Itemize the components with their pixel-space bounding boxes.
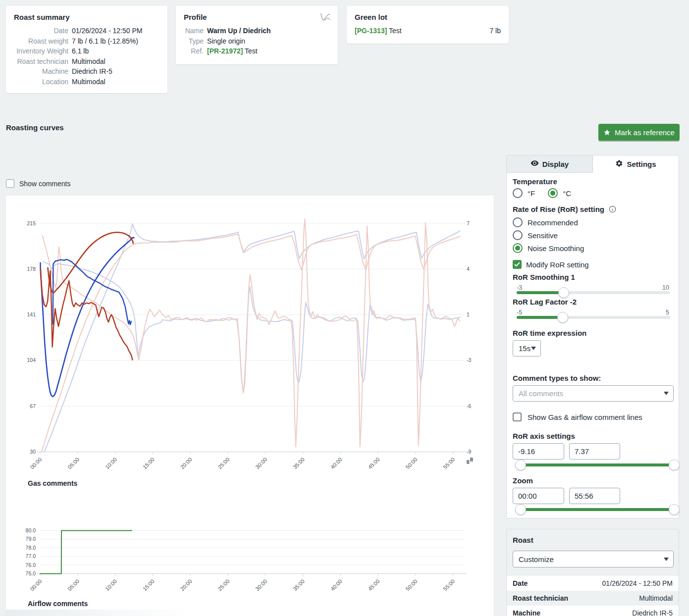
svg-text:30:00: 30:00 <box>254 578 268 592</box>
svg-text:-6: -6 <box>467 403 471 409</box>
green-lot-link[interactable]: [PG-1313] <box>355 27 387 35</box>
mark-as-reference-button[interactable]: Mark as reference <box>598 124 680 141</box>
comment-types-label: Comment types to show: <box>513 374 601 382</box>
profile-title: Profile <box>184 13 330 21</box>
card-row: Inventory Weight6.1 lb <box>14 46 159 56</box>
roasting-curves-chart[interactable]: 2151781411046730741-3-6-900:0005:0010:00… <box>6 196 494 616</box>
tab-display[interactable]: Display <box>507 155 593 173</box>
show-gas-label: Show Gas & airflow comment lines <box>528 413 642 421</box>
row-label: Ref. <box>184 46 204 56</box>
chart-settings-panel: Display Settings Temperature °F °C Rate … <box>506 155 679 518</box>
comment-types-select[interactable]: All comments <box>513 385 674 402</box>
row-label: Machine <box>14 66 68 77</box>
amcharts-logo-icon[interactable] <box>466 457 474 466</box>
modify-ror-checkbox[interactable] <box>513 260 522 269</box>
profile-ref-name: Test <box>245 47 258 55</box>
row-value: 7 lb / 6.1 lb (-12.85%) <box>72 36 138 47</box>
profile-name-link[interactable]: Warm Up / Diedrich <box>207 26 271 36</box>
row-value: Single origin <box>207 36 245 47</box>
roast-customize-value: Customize <box>519 555 554 564</box>
roast-info-table: Date 01/26/2024 - 12:50 PM Roast technic… <box>507 576 679 616</box>
roast-summary-title: Roast summary <box>14 13 159 21</box>
row-label: Roast technician <box>513 594 568 602</box>
roast-summary-card: Roast summary Date01/26/2024 - 12:50 PM … <box>6 6 167 93</box>
zoom-from-input[interactable] <box>513 488 564 504</box>
ror-option-sensitive: Sensitive <box>513 230 558 240</box>
slider-fill <box>517 291 564 294</box>
ror-lag-slider <box>517 312 670 323</box>
card-row: Roast weight7 lb / 6.1 lb (-12.85%) <box>14 36 159 47</box>
row-label: Location <box>14 77 68 87</box>
radio-sensitive-label: Sensitive <box>528 231 558 240</box>
radio-sensitive[interactable] <box>513 230 523 240</box>
roasting-curves-heading: Roasting curves <box>6 123 64 132</box>
radio-fahrenheit[interactable] <box>513 188 523 198</box>
slider-thumb[interactable] <box>558 287 569 298</box>
green-lot-label: [PG-1313] Test <box>355 26 402 36</box>
mark-as-reference-label: Mark as reference <box>615 128 675 137</box>
svg-text:10:00: 10:00 <box>104 578 118 592</box>
radio-recommended[interactable] <box>513 217 523 227</box>
svg-text:20:00: 20:00 <box>179 578 193 592</box>
caret-down-icon <box>664 392 669 395</box>
modify-ror-label: Modify RoR setting <box>526 260 589 269</box>
svg-text:75.0: 75.0 <box>26 570 36 576</box>
row-label: Date <box>14 26 68 36</box>
svg-text:00:00: 00:00 <box>29 456 43 470</box>
caret-down-icon <box>531 347 536 350</box>
ror-time-select[interactable]: 15s <box>513 340 541 357</box>
zoom-range-slider <box>521 504 674 515</box>
svg-text:25:00: 25:00 <box>216 456 230 470</box>
svg-text:30:00: 30:00 <box>254 456 268 470</box>
svg-text:55:00: 55:00 <box>442 456 456 470</box>
svg-text:30: 30 <box>30 449 36 455</box>
eye-icon <box>530 159 539 169</box>
svg-text:40:00: 40:00 <box>329 578 343 592</box>
green-lot-amount: 7 lb <box>489 26 501 36</box>
roasting-curves-panel: 2151781411046730741-3-6-900:0005:0010:00… <box>6 196 494 616</box>
profile-ref-link[interactable]: [PR-21972] <box>207 47 243 55</box>
slider-fill <box>517 316 563 319</box>
temperature-ror-plot: 2151781411046730741-3-6-900:0005:0010:00… <box>27 219 471 470</box>
svg-text:35:00: 35:00 <box>292 456 306 470</box>
ror-axis-max-input[interactable] <box>569 443 620 460</box>
show-gas-checkbox[interactable] <box>513 412 522 421</box>
svg-text:141: 141 <box>27 311 36 317</box>
ror-axis-range-slider <box>521 460 674 470</box>
row-label: Name <box>184 26 204 36</box>
svg-text:78.0: 78.0 <box>26 545 36 551</box>
svg-text:15:00: 15:00 <box>142 456 156 470</box>
slider-thumb-min[interactable] <box>515 504 526 515</box>
svg-text:-3: -3 <box>467 357 471 363</box>
radio-celsius[interactable] <box>548 188 558 198</box>
zoom-to-input[interactable] <box>569 488 620 504</box>
gas-plot: 80.079.078.077.076.075.000:0005:0010:001… <box>26 527 467 592</box>
svg-text:-9: -9 <box>467 449 471 455</box>
show-comments-checkbox[interactable] <box>6 179 14 188</box>
radio-noise-smoothing[interactable] <box>513 243 523 253</box>
ror-axis-min-input[interactable] <box>513 443 564 460</box>
profile-curve-icon <box>320 13 331 23</box>
slider-thumb-max[interactable] <box>669 460 680 470</box>
tab-settings[interactable]: Settings <box>593 155 679 173</box>
caret-down-icon <box>664 558 669 561</box>
row-value: 01/26/2024 - 12:50 PM <box>72 26 142 36</box>
svg-text:215: 215 <box>27 220 36 226</box>
svg-text:50:00: 50:00 <box>404 456 418 470</box>
svg-text:55:00: 55:00 <box>442 578 456 592</box>
show-comments-row: Show comments <box>6 179 70 188</box>
info-icon[interactable] <box>609 205 616 213</box>
slider-thumb-min[interactable] <box>515 460 526 470</box>
profile-ref-value: [PR-21972] Test <box>207 46 258 56</box>
row-label: Inventory Weight <box>14 46 68 56</box>
roast-customize-select[interactable]: Customize <box>513 551 674 567</box>
radio-celsius-label: °C <box>563 189 571 198</box>
card-row: Roast technicianMultimodal <box>14 56 159 67</box>
slider-thumb-max[interactable] <box>669 504 680 515</box>
green-lot-name: Test <box>389 27 402 35</box>
series-gas-level <box>40 531 132 574</box>
row-value: Multimodal <box>639 594 673 602</box>
slider-thumb[interactable] <box>557 312 568 323</box>
row-value: Multimodal <box>72 77 106 87</box>
series-reference-exhaust-ror <box>43 219 460 447</box>
